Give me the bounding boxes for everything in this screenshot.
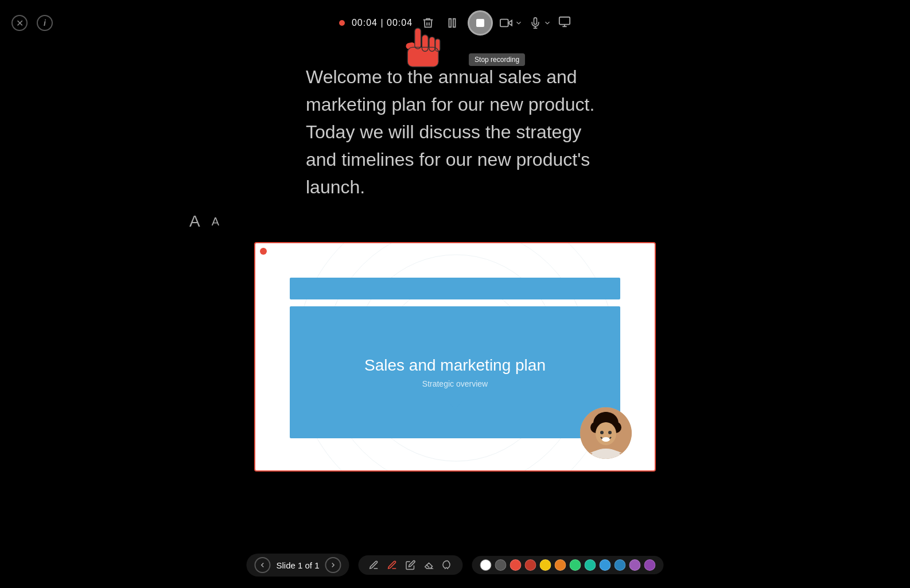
- highlighter-icon: [406, 560, 416, 570]
- svg-rect-5: [559, 17, 570, 24]
- slide-recording-dot: [260, 248, 267, 255]
- delete-button[interactable]: [419, 14, 437, 32]
- lasso-tool-button[interactable]: [440, 559, 455, 571]
- timer-display: 00:04 | 00:04: [352, 18, 413, 28]
- next-arrow-icon: [329, 561, 337, 569]
- main-content: Welcome to the annual sales and marketin…: [0, 46, 910, 588]
- color-red-dark[interactable]: [525, 559, 536, 571]
- stop-record-button[interactable]: [468, 10, 493, 36]
- slide-title: Sales and marketing plan: [364, 356, 546, 375]
- trash-icon: [422, 17, 434, 29]
- pencil-tool-button[interactable]: [367, 559, 382, 571]
- color-blue[interactable]: [600, 559, 611, 571]
- stop-tooltip: Stop recording: [469, 53, 525, 66]
- svg-rect-2: [500, 20, 508, 27]
- eraser-tool-button[interactable]: [422, 559, 437, 571]
- chevron-down-icon: [515, 19, 523, 27]
- color-white[interactable]: [480, 559, 492, 571]
- recording-indicator: [339, 20, 345, 26]
- slide-header-bar: [290, 278, 620, 299]
- color-dark-purple[interactable]: [644, 559, 656, 571]
- pencil-icon: [369, 560, 379, 570]
- info-button[interactable]: i: [37, 15, 53, 31]
- font-size-controls: A A: [189, 212, 219, 231]
- camera-button[interactable]: [500, 17, 523, 29]
- slide-avatar: [580, 407, 632, 459]
- stop-record-container: Stop recording: [468, 10, 493, 36]
- decrease-font-button[interactable]: A: [212, 215, 219, 228]
- mic-button[interactable]: [530, 17, 551, 29]
- top-toolbar: ✕ i 00:04 | 00:04 Stop recording: [0, 0, 910, 46]
- toolbar-left-controls: ✕ i: [11, 15, 53, 31]
- pen-icon: [387, 560, 398, 570]
- camera-icon: [500, 17, 512, 29]
- close-icon: ✕: [16, 18, 24, 29]
- font-large-icon: A: [189, 212, 200, 230]
- drawing-tools: [359, 555, 463, 575]
- share-screen-button[interactable]: [558, 15, 571, 31]
- bottom-toolbar: Slide 1 of 1: [246, 554, 663, 577]
- mic-icon: [530, 17, 541, 29]
- font-small-icon: A: [212, 215, 219, 228]
- slide-bubble-pointer: [448, 401, 462, 410]
- close-button[interactable]: ✕: [11, 15, 28, 31]
- lasso-icon: [442, 560, 453, 570]
- prev-slide-button[interactable]: [254, 557, 270, 573]
- stop-icon: [476, 19, 484, 27]
- color-red-light[interactable]: [510, 559, 522, 571]
- svg-point-23: [602, 437, 610, 442]
- prev-arrow-icon: [258, 561, 266, 569]
- avatar-image: [580, 407, 632, 459]
- info-icon: i: [44, 18, 46, 28]
- pen-tool-button[interactable]: [385, 559, 400, 571]
- pause-button[interactable]: [444, 14, 461, 32]
- next-slide-button[interactable]: [325, 557, 341, 573]
- svg-point-22: [608, 431, 612, 434]
- svg-rect-0: [449, 19, 452, 28]
- highlighter-tool-button[interactable]: [403, 559, 418, 571]
- increase-font-button[interactable]: A: [189, 212, 200, 231]
- svg-point-19: [600, 412, 612, 423]
- slide-navigation: Slide 1 of 1: [246, 554, 349, 577]
- color-teal[interactable]: [585, 559, 596, 571]
- slide-content-box: Sales and marketing plan Strategic overv…: [290, 306, 620, 438]
- color-dark-gray[interactable]: [495, 559, 507, 571]
- slide-container: Sales and marketing plan Strategic overv…: [254, 242, 656, 472]
- slide-subtitle: Strategic overview: [422, 379, 488, 388]
- color-palette: [472, 556, 664, 574]
- svg-point-21: [600, 431, 604, 434]
- svg-rect-1: [453, 19, 456, 28]
- chevron-down-icon-mic: [543, 19, 551, 27]
- toolbar-center-controls: 00:04 | 00:04 Stop recording: [339, 10, 571, 36]
- pause-icon: [446, 17, 458, 29]
- color-orange[interactable]: [555, 559, 566, 571]
- narration-text: Welcome to the annual sales and marketin…: [306, 63, 604, 201]
- eraser-icon: [424, 560, 434, 570]
- monitor-icon: [558, 15, 571, 28]
- color-green[interactable]: [570, 559, 581, 571]
- slide-counter: Slide 1 of 1: [276, 560, 319, 570]
- color-purple[interactable]: [629, 559, 641, 571]
- color-dark-blue[interactable]: [615, 559, 626, 571]
- color-yellow[interactable]: [540, 559, 551, 571]
